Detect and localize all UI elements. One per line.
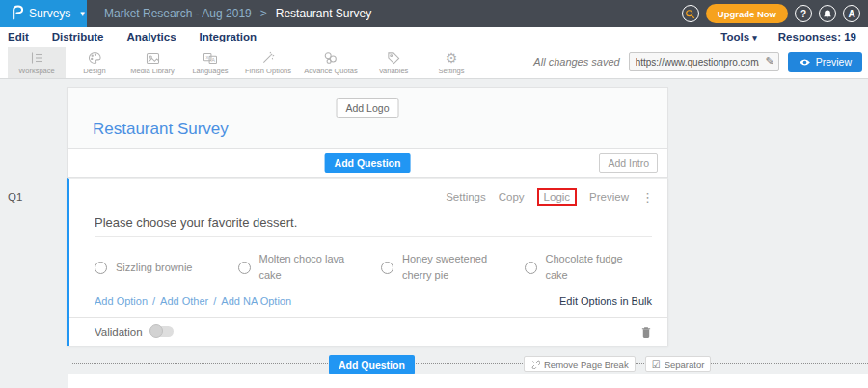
- add-na-option-link[interactable]: Add NA Option: [221, 295, 291, 307]
- validation-label: Validation: [95, 326, 143, 338]
- question-copy-link[interactable]: Copy: [499, 191, 525, 203]
- tool-variables[interactable]: Variables: [365, 47, 422, 78]
- breadcrumb-current: Restaurant Survey: [276, 7, 371, 20]
- question-text[interactable]: Please choose your favorite dessert.: [95, 215, 652, 237]
- add-logo-button[interactable]: Add Logo: [337, 98, 399, 118]
- topbar-actions: Upgrade Now ? A: [682, 4, 868, 23]
- add-other-link[interactable]: Add Other: [160, 295, 208, 307]
- tool-media-library[interactable]: Media Library: [123, 47, 181, 78]
- account-avatar[interactable]: A: [843, 5, 860, 22]
- answer-options: Sizzling brownie Molten choco lava cake …: [95, 251, 667, 284]
- answer-option: Honey sweetened cherry pie: [381, 251, 525, 284]
- tag-icon: [387, 49, 400, 65]
- radio-button[interactable]: [238, 262, 251, 274]
- section-nav: Edit Distribute Analytics Integration To…: [0, 27, 868, 45]
- add-question-between-button[interactable]: Add Question: [329, 355, 415, 374]
- tool-finish-options[interactable]: Finish Options: [239, 47, 297, 78]
- survey-url-field: ✎: [629, 52, 779, 72]
- survey-card: Add Logo Restaurant Survey Add Question …: [67, 87, 668, 346]
- survey-title[interactable]: Restaurant Survey: [93, 120, 229, 139]
- bell-icon: [823, 9, 832, 19]
- edit-options-in-bulk-link[interactable]: Edit Options in Bulk: [559, 295, 652, 307]
- save-status: All changes saved: [533, 56, 619, 68]
- tool-workspace[interactable]: Workspace: [8, 47, 66, 78]
- palette-icon: [88, 49, 102, 65]
- surveys-menu-label: Surveys: [29, 7, 70, 20]
- tab-integration[interactable]: Integration: [200, 31, 257, 42]
- upgrade-now-button[interactable]: Upgrade Now: [706, 4, 788, 23]
- tool-settings[interactable]: ⚙ Settings: [422, 47, 480, 78]
- top-bar: Surveys ▾ Market Research - Aug 2019 > R…: [0, 0, 868, 27]
- svg-text:A: A: [211, 57, 215, 63]
- validation-toggle[interactable]: [150, 326, 174, 337]
- tool-languages[interactable]: xA Languages: [181, 47, 239, 78]
- radio-button[interactable]: [525, 262, 537, 274]
- toggle-knob: [149, 324, 163, 338]
- tab-analytics[interactable]: Analytics: [126, 31, 176, 42]
- answer-option: Sizzling brownie: [95, 251, 238, 284]
- survey-canvas: Q1 Add Logo Restaurant Survey Add Questi…: [0, 79, 868, 388]
- link-separator: /: [152, 295, 155, 307]
- survey-url-input[interactable]: [629, 52, 779, 71]
- question-actions: Settings Copy Logic Preview ⋮: [69, 188, 667, 206]
- svg-text:x: x: [206, 54, 209, 60]
- add-question-button[interactable]: Add Question: [325, 153, 411, 173]
- survey-header: Add Logo Restaurant Survey: [67, 87, 668, 149]
- add-question-row: Add Question Add Intro: [67, 149, 668, 178]
- chevron-down-icon: ▾: [80, 9, 85, 18]
- page-break-row: Add Question Remove Page Break ☑ Separat…: [72, 355, 868, 373]
- responses-count[interactable]: Responses: 19: [778, 31, 856, 42]
- questionpro-logo-icon: [9, 4, 23, 23]
- chain-links-icon: [323, 49, 339, 65]
- question-footer: Validation: [69, 317, 667, 346]
- preview-button[interactable]: Preview: [788, 52, 862, 72]
- image-icon: [146, 49, 160, 65]
- breadcrumb: Market Research - Aug 2019 > Restaurant …: [104, 7, 371, 20]
- tool-design[interactable]: Design: [66, 47, 123, 78]
- edit-url-pencil-icon[interactable]: ✎: [765, 55, 773, 68]
- tool-advance-quotas[interactable]: Advance Quotas: [297, 47, 365, 78]
- edit-toolbar: Workspace Design Media Library xA Langua…: [0, 45, 868, 79]
- eye-icon: [799, 58, 811, 67]
- question-logic-link[interactable]: Logic: [537, 188, 578, 206]
- answer-option: Molten choco lava cake: [238, 251, 382, 284]
- help-button[interactable]: ?: [795, 5, 812, 22]
- answer-option: Chocolate fudge cake: [525, 251, 668, 284]
- chevron-down-icon: ▾: [752, 33, 757, 42]
- magic-wand-icon: [261, 49, 275, 65]
- question-settings-link[interactable]: Settings: [446, 191, 486, 203]
- trash-icon: [640, 325, 652, 339]
- option-links-row: Add Option / Add Other / Add NA Option E…: [95, 295, 652, 307]
- radio-button[interactable]: [381, 262, 393, 274]
- separator-toggle-button[interactable]: ☑ Separator: [645, 356, 712, 372]
- add-intro-button[interactable]: Add Intro: [599, 153, 658, 173]
- broken-link-icon: [530, 359, 540, 369]
- tab-edit[interactable]: Edit: [8, 31, 29, 42]
- option-label[interactable]: Sizzling brownie: [116, 260, 210, 276]
- remove-page-break-button[interactable]: Remove Page Break: [524, 356, 636, 372]
- radio-button[interactable]: [95, 262, 107, 274]
- tools-menu[interactable]: Tools ▾: [720, 31, 757, 42]
- question-number-label: Q1: [8, 191, 22, 203]
- gear-icon: ⚙: [446, 51, 458, 65]
- option-label[interactable]: Honey sweetened cherry pie: [402, 251, 497, 284]
- link-separator: /: [213, 295, 216, 307]
- question-preview-link[interactable]: Preview: [589, 191, 629, 203]
- breadcrumb-parent[interactable]: Market Research - Aug 2019: [104, 7, 252, 20]
- checkbox-checked-icon: ☑: [652, 359, 661, 370]
- option-label[interactable]: Chocolate fudge cake: [546, 251, 640, 284]
- delete-question-button[interactable]: [640, 325, 652, 339]
- surveys-menu[interactable]: Surveys ▾: [0, 0, 87, 27]
- option-label[interactable]: Molten choco lava cake: [259, 251, 354, 284]
- notifications-button[interactable]: [819, 5, 836, 22]
- translate-icon: xA: [203, 49, 218, 65]
- workspace-icon: [29, 49, 44, 65]
- next-page-area: [68, 374, 868, 388]
- question-block: Settings Copy Logic Preview ⋮ Please cho…: [67, 178, 668, 346]
- search-button[interactable]: [682, 5, 699, 22]
- add-option-link[interactable]: Add Option: [95, 295, 148, 307]
- breadcrumb-separator: >: [260, 7, 267, 20]
- kebab-menu-icon[interactable]: ⋮: [641, 190, 654, 205]
- tab-distribute[interactable]: Distribute: [52, 31, 104, 42]
